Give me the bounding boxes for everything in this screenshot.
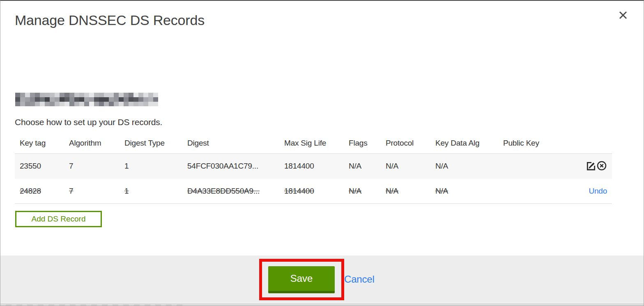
column-header-digest-type: Digest Type: [120, 135, 182, 154]
undo-link[interactable]: Undo: [589, 187, 607, 195]
edit-icon: [586, 160, 596, 171]
cell-public-key: [498, 179, 566, 204]
cell-digest-type: 1: [120, 179, 182, 204]
cell-actions: [566, 154, 612, 179]
cell-protocol: N/A: [381, 154, 430, 179]
background-content-peek: [6, 304, 186, 306]
column-header-protocol: Protocol: [381, 135, 430, 154]
add-ds-record-button[interactable]: Add DS Record: [15, 211, 102, 227]
cell-max-sig-life: 1814400: [279, 154, 344, 179]
column-header-public-key: Public Key: [498, 135, 566, 154]
page-title: Manage DNSSEC DS Records: [15, 12, 205, 28]
cell-key-data-alg: N/A: [430, 179, 498, 204]
cell-flags: N/A: [344, 154, 381, 179]
cell-protocol: N/A: [381, 179, 430, 204]
cell-algorithm: 7: [64, 179, 120, 204]
instruction-text: Choose how to set up your DS records.: [15, 117, 162, 127]
footer-bar: Save Cancel: [0, 256, 644, 303]
column-header-key-data-alg: Key Data Alg: [430, 135, 498, 154]
cell-digest-type: 1: [120, 154, 182, 179]
delete-icon: [596, 160, 607, 171]
cell-algorithm: 7: [64, 154, 120, 179]
cell-digest: D4A33E8DD550A9...: [182, 179, 279, 204]
cell-key-tag: 24828: [15, 179, 64, 204]
ds-records-table: Key tag Algorithm Digest Type Digest Max…: [15, 135, 612, 204]
cell-key-data-alg: N/A: [430, 154, 498, 179]
column-header-actions: [566, 135, 612, 154]
cell-max-sig-life: 1814400: [279, 179, 344, 204]
column-header-digest: Digest: [182, 135, 279, 154]
background-page-edge: [0, 303, 644, 306]
column-header-flags: Flags: [344, 135, 381, 154]
column-header-max-sig-life: Max Sig Life: [279, 135, 344, 154]
cell-public-key: [498, 154, 566, 179]
table-row: 23550 7 1 54FCF030AA1C79... 1814400 N/A …: [15, 154, 612, 179]
cancel-link[interactable]: Cancel: [344, 274, 375, 285]
delete-record-button[interactable]: [596, 160, 607, 172]
table-header-row: Key tag Algorithm Digest Type Digest Max…: [15, 135, 612, 154]
redacted-domain: [15, 93, 158, 106]
save-button[interactable]: Save: [268, 266, 335, 293]
table-row-deleted: 24828 7 1 D4A33E8DD550A9... 1814400 N/A …: [15, 179, 612, 204]
cell-actions: Undo: [566, 179, 612, 204]
column-header-algorithm: Algorithm: [64, 135, 120, 154]
cell-digest: 54FCF030AA1C79...: [182, 154, 279, 179]
close-icon: [618, 10, 628, 20]
cell-flags: N/A: [344, 179, 381, 204]
cell-key-tag: 23550: [15, 154, 64, 179]
column-header-key-tag: Key tag: [15, 135, 64, 154]
close-button[interactable]: [617, 9, 629, 21]
edit-record-button[interactable]: [586, 160, 596, 172]
